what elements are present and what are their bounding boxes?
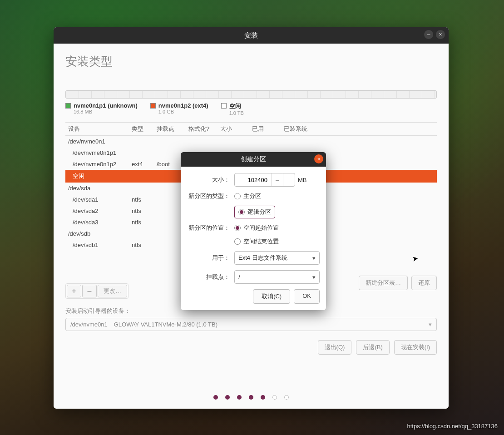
legend-item: nvme0n1p1 (unknown) 16.8 MB <box>65 102 138 116</box>
quit-button[interactable]: 退出(Q) <box>318 340 352 355</box>
minimize-button[interactable]: – <box>424 30 433 39</box>
col-format: 格式化? <box>188 125 220 133</box>
col-device: 设备 <box>68 125 132 133</box>
progress-dots <box>65 381 437 400</box>
cancel-button[interactable]: 取消(C) <box>253 289 290 304</box>
cell-type: ntfs <box>132 242 157 248</box>
partition-legend: nvme0n1p1 (unknown) 16.8 MB nvme0n1p2 (e… <box>65 102 437 116</box>
size-input[interactable] <box>235 177 271 183</box>
cell-device: /dev/sda1 <box>68 196 132 203</box>
legend-name: 空闲 <box>229 103 241 109</box>
window-title: 安装 <box>244 31 258 40</box>
type-primary-radio[interactable]: 主分区 <box>234 192 261 200</box>
legend-size: 1.0 GB <box>158 109 208 114</box>
install-now-button[interactable]: 现在安装(I) <box>394 340 437 355</box>
type-label: 新分区的类型： <box>187 192 234 200</box>
add-partition-button[interactable]: + <box>67 285 81 297</box>
change-partition-button[interactable]: 更改… <box>98 285 127 297</box>
back-button[interactable]: 后退(B) <box>356 340 389 355</box>
dialog-titlebar: 创建分区 × <box>181 152 326 167</box>
table-row[interactable]: /dev/nvme0n1 <box>65 136 437 147</box>
legend-item: nvme0n1p2 (ext4) 1.0 GB <box>150 102 208 116</box>
close-button[interactable]: × <box>436 30 445 39</box>
size-label: 大小： <box>187 176 234 184</box>
legend-swatch <box>221 103 227 109</box>
legend-swatch <box>65 103 71 109</box>
legend-name: nvme0n1p2 (ext4) <box>158 102 208 109</box>
cell-device: /dev/sda <box>68 185 132 192</box>
dialog-close-button[interactable]: × <box>314 154 323 163</box>
cell-type: ext4 <box>132 161 157 168</box>
ok-button[interactable]: OK <box>294 289 320 304</box>
col-system: 已装系统 <box>284 125 434 133</box>
bootloader-device: /dev/nvme0n1 <box>70 321 108 328</box>
cell-device: /dev/sda3 <box>68 219 132 226</box>
remove-partition-button[interactable]: – <box>82 285 97 297</box>
page-title: 安装类型 <box>65 54 437 69</box>
cell-device: /dev/nvme0n1 <box>68 138 132 145</box>
cell-device: /dev/nvme0n1p1 <box>68 149 132 156</box>
use-as-select[interactable]: Ext4 日志文件系统 <box>234 251 320 265</box>
legend-swatch <box>150 103 156 109</box>
create-partition-dialog: 创建分区 × 大小： – + MB 新分区的类型： 主分区 逻辑分区 <box>181 152 326 310</box>
location-end-radio[interactable]: 空间结束位置 <box>234 237 279 246</box>
dot <box>237 395 242 400</box>
cell-device: /dev/sdb1 <box>68 242 132 248</box>
titlebar: 安装 – × <box>54 27 449 44</box>
mount-point-label: 挂载点： <box>187 273 234 281</box>
dot <box>272 395 277 400</box>
cell-device: /dev/sda2 <box>68 208 132 214</box>
bootloader-select[interactable]: /dev/nvme0n1 GLOWAY VAL1TNVMe-M.2/80 (1.… <box>65 318 437 331</box>
revert-button[interactable]: 还原 <box>411 276 437 290</box>
type-logical-radio[interactable]: 逻辑分区 <box>234 206 275 218</box>
col-used: 已用 <box>252 125 284 133</box>
footer-buttons: 退出(Q) 后退(B) 现在安装(I) <box>65 340 437 355</box>
legend-size: 1.0 TB <box>229 110 244 116</box>
location-label: 新分区的位置： <box>187 224 234 232</box>
col-type: 类型 <box>132 125 157 133</box>
size-increment[interactable]: + <box>283 173 295 186</box>
dialog-title: 创建分区 <box>241 155 266 163</box>
legend-size: 16.8 MB <box>74 109 138 114</box>
col-size: 大小 <box>220 125 252 133</box>
col-mount: 挂载点 <box>157 125 188 133</box>
cell-device: /dev/sdb <box>68 230 132 237</box>
legend-name: nvme0n1p1 (unknown) <box>74 102 138 109</box>
cell-device: 空闲 <box>68 172 132 180</box>
new-partition-table-button[interactable]: 新建分区表… <box>359 276 408 290</box>
dot <box>261 395 265 400</box>
partition-bar[interactable] <box>65 90 437 99</box>
cell-type: ntfs <box>132 219 157 226</box>
dot <box>249 395 253 400</box>
use-as-label: 用于： <box>187 254 234 262</box>
cell-type: ntfs <box>132 196 157 203</box>
dot <box>213 395 218 400</box>
dot <box>225 395 230 400</box>
cell-device: /dev/nvme0n1p2 <box>68 161 132 168</box>
location-begin-radio[interactable]: 空间起始位置 <box>234 224 279 232</box>
mount-point-select[interactable]: / <box>234 270 320 284</box>
bootloader-desc: GLOWAY VAL1TNVMe-M.2/80 (1.0 TB) <box>114 321 217 328</box>
dot <box>284 395 289 400</box>
cell-type: ntfs <box>132 208 157 214</box>
watermark: https://blog.csdn.net/qq_33187136 <box>407 423 498 430</box>
size-spinbox[interactable]: – + <box>234 173 295 187</box>
size-decrement[interactable]: – <box>271 173 283 186</box>
legend-item: 空闲 1.0 TB <box>221 102 244 116</box>
table-header: 设备 类型 挂载点 格式化? 大小 已用 已装系统 <box>65 123 437 136</box>
size-unit: MB <box>298 177 307 183</box>
